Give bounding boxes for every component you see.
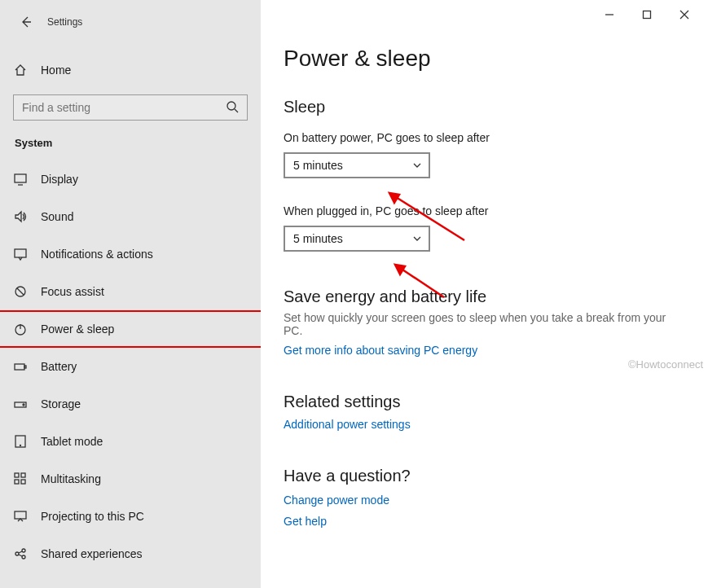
energy-link[interactable]: Get more info about saving PC energy xyxy=(284,344,477,357)
watermark: ©Howtoconnect xyxy=(628,358,703,371)
sidebar-item-display[interactable]: Display xyxy=(0,160,261,198)
tablet-icon xyxy=(13,434,28,449)
sidebar-item-sound[interactable]: Sound xyxy=(0,198,261,235)
home-nav[interactable]: Home xyxy=(0,54,261,86)
sidebar-item-label: Storage xyxy=(41,397,81,410)
back-arrow-icon xyxy=(19,15,32,29)
svg-rect-19 xyxy=(644,11,651,19)
svg-rect-12 xyxy=(21,473,25,477)
plugged-sleep-select[interactable]: 5 minutes xyxy=(284,226,430,252)
sidebar-item-projecting[interactable]: Projecting to this PC xyxy=(0,498,261,535)
sidebar-item-label: Notifications & actions xyxy=(41,248,153,261)
sidebar-item-label: Multitasking xyxy=(41,472,101,485)
svg-point-17 xyxy=(22,549,25,552)
svg-rect-6 xyxy=(24,366,26,368)
related-heading: Related settings xyxy=(284,393,685,411)
svg-marker-21 xyxy=(389,193,399,203)
svg-rect-14 xyxy=(21,480,25,484)
projecting-icon xyxy=(13,509,28,524)
svg-rect-2 xyxy=(15,249,26,257)
notifications-icon xyxy=(13,247,28,261)
question-heading: Have a question? xyxy=(284,467,685,485)
sidebar-item-label: Tablet mode xyxy=(41,435,103,448)
question-link-2[interactable]: Get help xyxy=(284,515,685,528)
chevron-down-icon xyxy=(412,160,422,170)
nav-list: Display Sound Notifications & actions Fo… xyxy=(0,156,261,573)
chevron-down-icon xyxy=(412,234,422,244)
energy-heading: Save energy and battery life xyxy=(284,287,685,306)
power-icon xyxy=(13,322,28,336)
sidebar-item-label: Battery xyxy=(41,360,77,373)
sidebar: Settings Home System Display xyxy=(0,0,261,588)
close-icon xyxy=(679,10,689,20)
maximize-button[interactable] xyxy=(628,3,666,26)
minimize-icon xyxy=(605,10,614,20)
svg-point-16 xyxy=(15,552,19,555)
svg-rect-15 xyxy=(15,511,26,519)
content-area: Power & sleep Sleep On battery power, PC… xyxy=(261,0,708,588)
search-input[interactable] xyxy=(22,101,226,114)
battery-sleep-label: On battery power, PC goes to sleep after xyxy=(284,131,685,144)
close-button[interactable] xyxy=(666,3,703,26)
sidebar-item-label: Power & sleep xyxy=(41,323,114,336)
plugged-sleep-label: When plugged in, PC goes to sleep after xyxy=(284,204,685,217)
svg-rect-13 xyxy=(15,480,19,484)
question-link-1[interactable]: Change power mode xyxy=(284,494,685,507)
battery-icon xyxy=(13,359,28,374)
related-link[interactable]: Additional power settings xyxy=(284,418,411,431)
shared-icon xyxy=(13,546,28,561)
svg-marker-23 xyxy=(395,265,405,274)
search-box[interactable] xyxy=(13,94,248,121)
sidebar-item-battery[interactable]: Battery xyxy=(0,348,261,385)
sidebar-item-tablet[interactable]: Tablet mode xyxy=(0,423,261,460)
battery-sleep-select[interactable]: 5 minutes xyxy=(284,152,430,178)
svg-point-8 xyxy=(23,404,24,406)
sidebar-item-focus[interactable]: Focus assist xyxy=(0,273,261,310)
minimize-button[interactable] xyxy=(591,3,628,26)
titlebar: Settings xyxy=(0,8,261,33)
storage-icon xyxy=(13,397,28,411)
multitasking-icon xyxy=(13,472,28,486)
home-label: Home xyxy=(41,64,71,77)
home-icon xyxy=(13,63,28,77)
svg-point-0 xyxy=(227,102,235,110)
back-button[interactable] xyxy=(18,15,33,29)
plugged-sleep-value: 5 minutes xyxy=(293,232,343,245)
sidebar-item-label: Focus assist xyxy=(41,285,104,298)
display-icon xyxy=(13,172,28,186)
sound-icon xyxy=(13,209,28,224)
sidebar-item-notifications[interactable]: Notifications & actions xyxy=(0,235,261,273)
svg-point-10 xyxy=(20,445,21,446)
energy-hint: Set how quickly your screen goes to slee… xyxy=(284,311,685,337)
sidebar-item-power-sleep[interactable]: Power & sleep xyxy=(0,310,262,348)
sidebar-item-storage[interactable]: Storage xyxy=(0,385,261,423)
sidebar-item-label: Shared experiences xyxy=(41,547,143,560)
svg-rect-5 xyxy=(15,364,24,370)
battery-sleep-value: 5 minutes xyxy=(293,159,343,172)
maximize-icon xyxy=(642,10,652,20)
window-controls xyxy=(591,3,703,26)
sidebar-item-label: Sound xyxy=(41,210,73,223)
search-icon xyxy=(226,100,239,116)
section-label: System xyxy=(0,121,261,156)
sidebar-item-shared[interactable]: Shared experiences xyxy=(0,535,261,573)
svg-rect-11 xyxy=(15,473,19,477)
svg-point-18 xyxy=(22,555,25,559)
sidebar-item-multitasking[interactable]: Multitasking xyxy=(0,460,261,498)
sidebar-item-label: Projecting to this PC xyxy=(41,510,144,523)
sidebar-item-label: Display xyxy=(41,173,78,186)
svg-rect-1 xyxy=(15,174,26,182)
focus-icon xyxy=(13,284,28,299)
window-title: Settings xyxy=(47,16,82,28)
page-title: Power & sleep xyxy=(284,46,685,72)
sleep-heading: Sleep xyxy=(284,98,685,116)
